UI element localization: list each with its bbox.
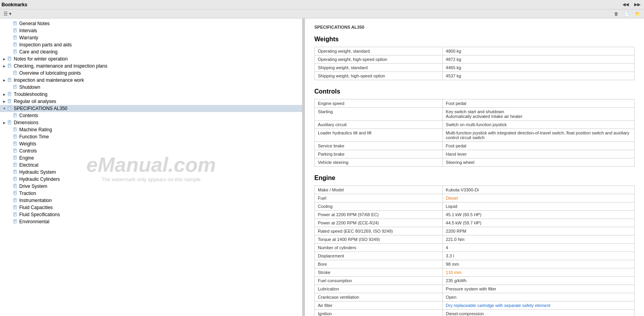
table-cell-value: 4872 kg [442, 55, 634, 64]
svg-rect-8 [14, 35, 17, 39]
new-folder-button[interactable]: 📁 [633, 11, 642, 17]
spec-table: Operating weight, standard4800 kgOperati… [314, 47, 635, 80]
expand-button[interactable]: ▼ [2, 106, 7, 111]
bookmark-label: Regular oil analyses [14, 99, 56, 104]
table-row: Loader hydraulics tilt and liftMulti-fun… [315, 129, 635, 142]
expand-button[interactable]: ▶ [2, 77, 7, 83]
bookmark-item[interactable]: Contents [0, 112, 302, 119]
expand-button[interactable]: ▶ [2, 92, 7, 97]
bookmark-item[interactable]: Warranty [0, 34, 302, 41]
bookmark-page-icon [13, 162, 18, 168]
bookmark-page-icon [13, 219, 18, 224]
svg-rect-28 [14, 71, 17, 74]
content-sections: WeightsOperating weight, standard4800 kg… [314, 36, 635, 316]
bookmark-page-icon [13, 176, 18, 182]
bookmark-item[interactable]: Inspection parts and aids [0, 41, 302, 48]
table-cell-value: 4 [442, 244, 634, 252]
bookmark-item[interactable]: Fluid Specifications [0, 211, 302, 218]
expand-pane-button[interactable]: ▶▶ [632, 1, 642, 8]
expand-button[interactable]: ▶ [2, 120, 7, 125]
bookmark-item[interactable]: Engine [0, 154, 302, 162]
bookmark-page-icon [13, 155, 18, 161]
dropdown-button[interactable]: ☰ ▾ [2, 10, 13, 17]
section-heading: Engine [314, 175, 635, 182]
new-bookmark-button[interactable]: 📄 [622, 11, 631, 17]
svg-rect-44 [8, 99, 11, 103]
section-heading: Weights [314, 36, 635, 43]
bookmark-page-icon [7, 106, 13, 111]
toolbar-title: Bookmarks [2, 2, 27, 7]
bookmark-item[interactable]: General Notes [0, 20, 302, 27]
bookmark-item[interactable]: ▶ Notes for winter operation [0, 55, 302, 62]
table-cell-label: Shipping weight, standard [315, 64, 443, 72]
bookmark-label: Machine Rating [19, 127, 52, 132]
table-cell-value: Key switch start and shutdownAutomatical… [442, 108, 634, 121]
bookmark-label: Intervals [19, 28, 37, 33]
table-row: Displacement3.3 l [315, 252, 635, 260]
svg-rect-12 [14, 42, 17, 46]
bookmark-label: Weights [19, 141, 36, 147]
bookmark-item[interactable]: Shutdown [0, 84, 302, 91]
svg-rect-92 [14, 184, 17, 187]
bookmark-item[interactable]: Controls [0, 147, 302, 154]
bookmark-label: Checking, maintenance and inspection pla… [14, 63, 107, 69]
bookmark-item[interactable]: Care and cleaning [0, 48, 302, 55]
svg-rect-24 [8, 64, 11, 67]
bookmark-item[interactable]: ▼ SPECIFICATIONS AL350 [0, 105, 302, 112]
table-row: Shipping weight, high-speed option4537 k… [315, 72, 635, 80]
bookmark-page-icon [7, 92, 13, 97]
table-row: Power at 2200 RPM (97/68 EC)45.1 kW (60.… [315, 211, 635, 219]
bookmark-item[interactable]: Traction [0, 190, 302, 197]
table-cell-label: Bore [315, 260, 443, 268]
toolbar2-right: 🗑 📄 📁 [612, 11, 642, 17]
bookmark-item[interactable]: Function Time [0, 133, 302, 140]
bookmark-item[interactable]: ▶ Troubleshooting [0, 91, 302, 98]
bookmark-item[interactable]: Overview of lubricating points [0, 70, 302, 77]
toolbar-icons: ◀◀ ▶▶ [620, 1, 642, 8]
bookmark-item[interactable]: Electrical [0, 162, 302, 169]
bookmark-label: Fluid Specifications [19, 212, 60, 217]
table-row: CoolingLiquid [315, 202, 635, 211]
bookmark-label: General Notes [19, 21, 50, 26]
collapse-pane-button[interactable]: ◀◀ [620, 1, 631, 8]
toolbar2-left: ☰ ▾ [2, 10, 13, 17]
table-cell-label: Fuel [315, 194, 443, 202]
svg-rect-88 [14, 177, 17, 180]
bookmark-page-icon [13, 28, 18, 33]
svg-rect-52 [14, 113, 17, 117]
table-cell-label: Torque at 1400 RPM (ISO 9249) [315, 235, 443, 244]
bookmark-item[interactable]: ▶ Regular oil analyses [0, 98, 302, 105]
table-row: Operating weight, standard4800 kg [315, 47, 635, 55]
expand-button[interactable]: ▶ [2, 99, 7, 104]
bookmark-label: Care and cleaning [19, 49, 57, 55]
table-cell-value: 98 mm [442, 260, 634, 268]
bookmark-item[interactable]: Weights [0, 140, 302, 147]
table-cell-label: Vehicle steering [315, 158, 443, 167]
table-row: Power at 2200 RPM (ECE-R24)44.5 kW (59.7… [315, 219, 635, 227]
delete-bookmark-button[interactable]: 🗑 [612, 11, 620, 17]
expand-button[interactable]: ▶ [2, 63, 7, 69]
bookmark-item[interactable]: Drive System [0, 183, 302, 190]
expand-button[interactable]: ▶ [2, 56, 7, 62]
bookmark-item[interactable]: Hydraulic Cylinders [0, 176, 302, 183]
bookmark-page-icon [13, 148, 18, 154]
bookmark-item[interactable]: Intervals [0, 27, 302, 34]
bookmark-item[interactable]: Hydraulic System [0, 169, 302, 176]
bookmark-item[interactable]: Instrumentation [0, 197, 302, 204]
bookmark-page-icon [7, 63, 13, 69]
svg-rect-76 [14, 156, 17, 159]
bookmark-list[interactable]: General Notes Intervals Warranty Inspect… [0, 18, 302, 316]
bookmark-item[interactable]: Fluid Capacities [0, 204, 302, 211]
bookmark-item[interactable]: Machine Rating [0, 126, 302, 133]
right-panel: SPECIFICATIONS AL350 WeightsOperating we… [305, 18, 644, 316]
bookmark-item[interactable]: Environmental [0, 218, 302, 225]
table-cell-value: 221.0 Nm [442, 235, 634, 244]
bookmark-item[interactable]: ▶ Inspection and maintenance work [0, 77, 302, 84]
table-cell-label: Fuel consumption [315, 277, 443, 285]
bookmark-item[interactable]: ▶ Checking, maintenance and inspection p… [0, 62, 302, 70]
table-row: Parking brakeHand lever [315, 150, 635, 158]
bookmark-item[interactable]: ▶ Dimensions [0, 119, 302, 126]
bookmark-page-icon [7, 120, 13, 125]
table-cell-value: Switch on multi-function joystick [442, 121, 634, 129]
bookmark-page-icon [7, 99, 13, 104]
